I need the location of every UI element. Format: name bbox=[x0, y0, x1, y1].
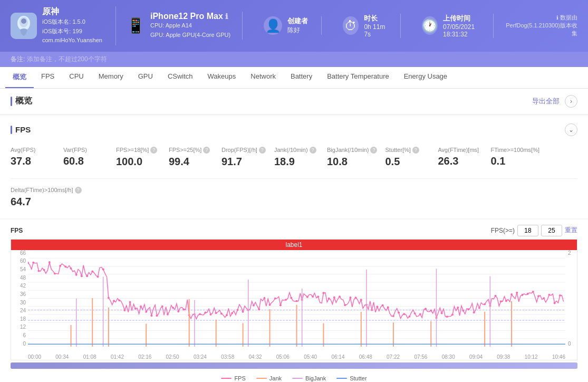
svg-point-50 bbox=[183, 308, 185, 310]
fps-max-input[interactable] bbox=[541, 225, 562, 236]
nav-tab-wakeups[interactable]: Wakeups bbox=[200, 67, 244, 88]
legend-label-jank: Jank bbox=[269, 375, 282, 381]
svg-point-3 bbox=[21, 18, 26, 24]
chart-legend: FPS Jank BigJank Stutter bbox=[11, 371, 577, 382]
nav-tab-概览[interactable]: 概览 bbox=[5, 67, 34, 88]
legend-label-fps: FPS bbox=[234, 375, 245, 381]
y-tick-left: 12 bbox=[20, 324, 26, 330]
timeline-scrollbar[interactable] bbox=[11, 362, 577, 369]
stat-label-6: BigJank(/10min) ? bbox=[327, 147, 377, 154]
svg-point-57 bbox=[220, 312, 223, 314]
x-tick: 06:14 bbox=[331, 354, 344, 360]
svg-point-41 bbox=[134, 308, 137, 310]
timeline-thumb bbox=[11, 362, 577, 369]
svg-point-35 bbox=[102, 268, 104, 270]
legend-item-stutter: Stutter bbox=[336, 375, 367, 381]
svg-point-66 bbox=[269, 304, 271, 306]
stat-help-icon-5[interactable]: ? bbox=[310, 147, 316, 154]
svg-point-70 bbox=[290, 297, 292, 299]
y-tick-left: 0 bbox=[23, 341, 26, 347]
stat-value-1: 60.8 bbox=[63, 155, 108, 167]
stat-help-icon-4[interactable]: ? bbox=[259, 147, 266, 154]
svg-point-37 bbox=[113, 300, 115, 302]
overview-collapse-button[interactable]: › bbox=[565, 95, 577, 108]
svg-point-79 bbox=[339, 295, 341, 298]
stat-help-icon-7[interactable]: ? bbox=[412, 147, 419, 154]
reset-button[interactable]: 重置 bbox=[565, 226, 577, 235]
svg-point-90 bbox=[398, 311, 400, 313]
stat-help-icon-2[interactable]: ? bbox=[150, 147, 157, 154]
header: 原神 iOS版本名: 1.5.0 iOS版本号: 199 com.miHoYo.… bbox=[0, 0, 588, 52]
nav-tabs: 概览FPSCPUMemoryGPUCSwitchWakeupsNetworkBa… bbox=[0, 67, 588, 89]
svg-point-45 bbox=[156, 314, 158, 317]
svg-point-91 bbox=[403, 313, 405, 315]
fps-stat-1: Var(FPS) 60.8 bbox=[63, 144, 116, 170]
stat-label-2: FPS>=18[%] ? bbox=[116, 147, 161, 154]
stat-value-7: 0.5 bbox=[385, 156, 430, 168]
nav-tab-memory[interactable]: Memory bbox=[91, 67, 131, 88]
chart-container: FPS FPS(>=) 重置 label1 666054484236302418… bbox=[0, 219, 588, 382]
stat-value-8: 26.3 bbox=[438, 155, 483, 167]
svg-point-87 bbox=[382, 304, 384, 306]
creator-stat: 👤 创建者 陈好 bbox=[253, 16, 322, 35]
svg-point-28 bbox=[64, 265, 66, 268]
stat-label-8: Avg(FTime)[ms] bbox=[438, 147, 483, 153]
stat-value-6: 10.8 bbox=[327, 156, 377, 168]
duration-icon: ⏱ bbox=[343, 16, 359, 35]
nav-tab-energy-usage[interactable]: Energy Usage bbox=[397, 67, 455, 88]
svg-point-60 bbox=[236, 309, 238, 311]
legend-label-stutter: Stutter bbox=[350, 375, 367, 381]
x-tick: 10:46 bbox=[552, 354, 565, 360]
svg-point-32 bbox=[86, 275, 88, 277]
y-tick-left: 30 bbox=[20, 300, 26, 305]
svg-point-109 bbox=[500, 300, 502, 302]
nav-tab-fps[interactable]: FPS bbox=[34, 67, 62, 88]
svg-point-99 bbox=[446, 316, 448, 318]
nav-tab-gpu[interactable]: GPU bbox=[131, 67, 160, 88]
delta-help-icon[interactable]: ? bbox=[75, 187, 82, 194]
svg-point-114 bbox=[527, 293, 529, 295]
stat-help-icon-6[interactable]: ? bbox=[370, 147, 377, 154]
y-tick-left: 66 bbox=[20, 250, 26, 256]
svg-point-39 bbox=[123, 309, 126, 311]
x-tick: 09:38 bbox=[497, 354, 510, 360]
nav-tab-battery[interactable]: Battery bbox=[283, 67, 320, 88]
fps-min-input[interactable] bbox=[517, 225, 538, 236]
x-tick: 09:04 bbox=[469, 354, 483, 360]
export-button[interactable]: 导出全部 bbox=[532, 97, 560, 106]
stat-label-9: FTime>=100ms[%] bbox=[490, 147, 539, 153]
y-tick-left: 42 bbox=[20, 283, 26, 289]
stat-label-5: Jank(/10min) ? bbox=[274, 147, 319, 154]
svg-point-71 bbox=[296, 300, 298, 302]
svg-point-89 bbox=[392, 315, 394, 317]
fps-stat-2: FPS>=18[%] ? 100.0 bbox=[116, 144, 169, 170]
svg-point-68 bbox=[279, 304, 282, 306]
nav-tab-network[interactable]: Network bbox=[243, 67, 283, 88]
svg-point-64 bbox=[258, 308, 260, 310]
device-details: iPhone12 Pro Max ℹ CPU: Apple A14 GPU: A… bbox=[150, 12, 230, 40]
nav-tab-cswitch[interactable]: CSwitch bbox=[160, 67, 200, 88]
stat-help-icon-3[interactable]: ? bbox=[203, 147, 210, 154]
device-icon: 📱 bbox=[127, 17, 145, 34]
upload-icon: 🕐 bbox=[422, 16, 438, 35]
svg-point-92 bbox=[409, 316, 411, 318]
svg-point-101 bbox=[457, 307, 459, 309]
svg-point-46 bbox=[161, 305, 163, 308]
fps-stat-0: Avg(FPS) 37.8 bbox=[11, 144, 63, 170]
nav-tab-cpu[interactable]: CPU bbox=[62, 67, 91, 88]
nav-tab-battery-temperature[interactable]: Battery Temperature bbox=[320, 67, 397, 88]
fps-collapse-button[interactable]: ⌄ bbox=[565, 123, 577, 136]
legend-item-fps: FPS bbox=[221, 375, 245, 381]
svg-point-54 bbox=[204, 311, 206, 313]
legend-item-jank: Jank bbox=[256, 375, 282, 381]
stat-value-3: 99.4 bbox=[169, 156, 214, 168]
svg-point-96 bbox=[430, 309, 432, 311]
svg-point-34 bbox=[97, 275, 99, 278]
legend-dot-fps bbox=[221, 378, 232, 379]
duration-stat: ⏱ 时长 0h 11m 7s bbox=[332, 14, 401, 38]
notes-placeholder[interactable]: 添加备注，不超过200个字符 bbox=[27, 55, 107, 63]
duration-info: 时长 0h 11m 7s bbox=[364, 14, 390, 38]
x-tick: 00:00 bbox=[28, 354, 41, 360]
svg-point-75 bbox=[317, 295, 319, 298]
svg-point-36 bbox=[108, 297, 110, 299]
